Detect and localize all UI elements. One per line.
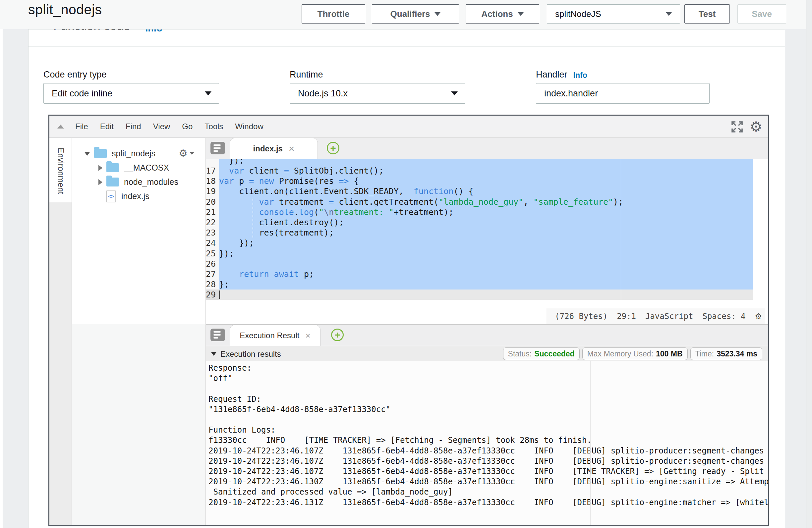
qualifiers-button-label: Qualifiers: [390, 9, 430, 19]
line-number: 19: [206, 186, 219, 196]
code-editor-content[interactable]: });17 var client = SplitObj.client();18v…: [206, 159, 768, 324]
collapse-caret-icon: [211, 352, 216, 356]
page-left-margin: [0, 0, 3, 528]
test-button[interactable]: Test: [684, 4, 730, 24]
code-line-23[interactable]: 23 res(treatment);: [206, 228, 768, 238]
menu-item-tools[interactable]: Tools: [204, 122, 223, 131]
caret-collapsed-icon[interactable]: [99, 179, 102, 185]
tree-item-node-modules[interactable]: node_modules: [72, 175, 205, 189]
clipped-section-heading: Function code Info: [53, 29, 162, 33]
test-event-select[interactable]: splitNodeJS: [547, 4, 680, 24]
code-line-20[interactable]: 20 var treatment = client.getTreatment("…: [206, 197, 768, 207]
tab-list-icon[interactable]: [211, 142, 225, 155]
language-mode[interactable]: JavaScript: [645, 312, 693, 321]
js-file-icon: <>: [106, 190, 116, 202]
code-line-26[interactable]: 26: [206, 259, 768, 269]
handler-input[interactable]: index.handler: [536, 83, 710, 104]
caret-collapsed-icon[interactable]: [99, 165, 102, 171]
tree-item-root-folder[interactable]: split_nodejs ⚙: [72, 146, 205, 161]
save-button[interactable]: Save: [737, 4, 786, 24]
menu-item-find[interactable]: Find: [126, 122, 141, 131]
code-line-27[interactable]: 27 return await p;: [206, 269, 768, 279]
line-number: 26: [206, 259, 219, 269]
execution-results-title: Execution results: [220, 350, 281, 359]
editor-settings-gear-icon[interactable]: ⚙: [750, 120, 762, 134]
code-entry-type-label: Code entry type: [43, 65, 219, 80]
code-line-21[interactable]: 21 console.log("\ntreatment: "+treatment…: [206, 207, 768, 217]
handler-label: Handler Info: [536, 65, 710, 80]
code-line-17[interactable]: 17 var client = SplitObj.client();: [206, 166, 768, 176]
environment-tab-label: Environment: [56, 148, 66, 194]
code-entry-type-select[interactable]: Edit code inline: [43, 83, 219, 104]
code-line-28[interactable]: 28};: [206, 279, 768, 290]
function-header: split_nodejs Throttle Qualifiers Actions…: [0, 0, 812, 29]
code-line-clipped[interactable]: });: [206, 159, 768, 166]
fullscreen-icon[interactable]: [730, 120, 744, 133]
throttle-button[interactable]: Throttle: [302, 4, 365, 24]
execution-results-header[interactable]: Execution results Status: Succeeded Max …: [206, 346, 768, 362]
code-line-19[interactable]: 19 client.on(client.Event.SDK_READY, fun…: [206, 186, 768, 196]
editor-menus: FileEditFindViewGoToolsWindow: [75, 122, 263, 131]
chevron-down-icon: [518, 12, 524, 16]
tree-item-macosx[interactable]: __MACOSX: [72, 161, 205, 175]
function-code-heading: Function code: [53, 29, 130, 33]
chevron-down-icon: [435, 12, 440, 16]
tree-item-label: split_nodejs: [112, 149, 156, 158]
throttle-button-label: Throttle: [318, 9, 350, 19]
page-scrollbar[interactable]: [806, 0, 812, 528]
tree-item-label: index.js: [121, 191, 149, 201]
code-line-24[interactable]: 24 });: [206, 238, 768, 248]
caret-expanded-icon[interactable]: [84, 152, 90, 156]
status-gear-icon[interactable]: ⚙: [755, 312, 762, 320]
left-dock-rail: Environment: [49, 138, 72, 525]
new-tab-plus-icon[interactable]: +: [327, 142, 339, 155]
editor-status-bar: (726 Bytes) 29:1 JavaScript Spaces: 4 ⚙: [546, 308, 765, 324]
indentation-setting[interactable]: Spaces: 4: [702, 312, 745, 321]
runtime-group: Runtime Node.js 10.x: [290, 65, 465, 104]
menu-item-view[interactable]: View: [153, 122, 170, 131]
menu-item-edit[interactable]: Edit: [100, 122, 114, 131]
line-number: 18: [206, 176, 219, 186]
folder-icon: [106, 163, 119, 172]
tab-index-js[interactable]: index.js ×: [230, 138, 318, 159]
execution-log-area[interactable]: Response: "off" Request ID: "131e865f-6e…: [206, 361, 768, 525]
close-icon[interactable]: ×: [289, 144, 295, 154]
status-badge: Status: Succeeded: [503, 348, 580, 360]
editor-tabbar: index.js × +: [206, 138, 768, 159]
close-icon[interactable]: ×: [305, 331, 310, 340]
print-margin-line: [590, 361, 591, 525]
cloud9-editor: FileEditFindViewGoToolsWindow ⚙ Environm…: [48, 115, 769, 526]
qualifiers-button[interactable]: Qualifiers: [372, 4, 459, 24]
line-number: [206, 159, 219, 166]
menu-item-go[interactable]: Go: [182, 122, 192, 131]
code-line-25[interactable]: 25});: [206, 248, 768, 259]
execution-tabbar: Execution Result × +: [206, 325, 768, 346]
indent-guide: [252, 197, 253, 238]
tab-execution-result[interactable]: Execution Result ×: [230, 325, 320, 346]
chevron-down-icon: [451, 91, 458, 96]
handler-info-link[interactable]: Info: [574, 71, 587, 80]
code-line-22[interactable]: 22 client.destroy();: [206, 217, 768, 228]
environment-tab[interactable]: Environment: [49, 138, 72, 202]
runtime-select[interactable]: Node.js 10.x: [290, 83, 465, 104]
tree-settings-gear[interactable]: ⚙: [179, 148, 194, 158]
memory-badge: Max Memory Used: 100 MB: [582, 348, 688, 360]
code-line-29[interactable]: 29: [206, 290, 768, 300]
time-value: 3523.34 ms: [716, 350, 757, 358]
info-link[interactable]: Info: [145, 29, 162, 33]
handler-group: Handler Info index.handler: [536, 65, 710, 104]
code-line-18[interactable]: 18var p = new Promise(res => {: [206, 176, 768, 186]
actions-button[interactable]: Actions: [466, 4, 539, 24]
menubar-collapse-icon[interactable]: [57, 124, 64, 129]
actions-button-label: Actions: [481, 9, 513, 19]
menu-item-file[interactable]: File: [75, 122, 88, 131]
tree-item-index-js[interactable]: <> index.js: [72, 189, 205, 203]
tab-list-icon[interactable]: [211, 328, 225, 341]
execution-log-text: Response: "off" Request ID: "131e865f-6e…: [206, 361, 768, 508]
line-number: 21: [206, 207, 219, 217]
menu-item-window[interactable]: Window: [235, 122, 263, 131]
save-button-label: Save: [752, 9, 772, 19]
line-number: 23: [206, 228, 219, 238]
memory-value: 100 MB: [656, 350, 683, 358]
new-tab-plus-icon[interactable]: +: [331, 328, 344, 341]
